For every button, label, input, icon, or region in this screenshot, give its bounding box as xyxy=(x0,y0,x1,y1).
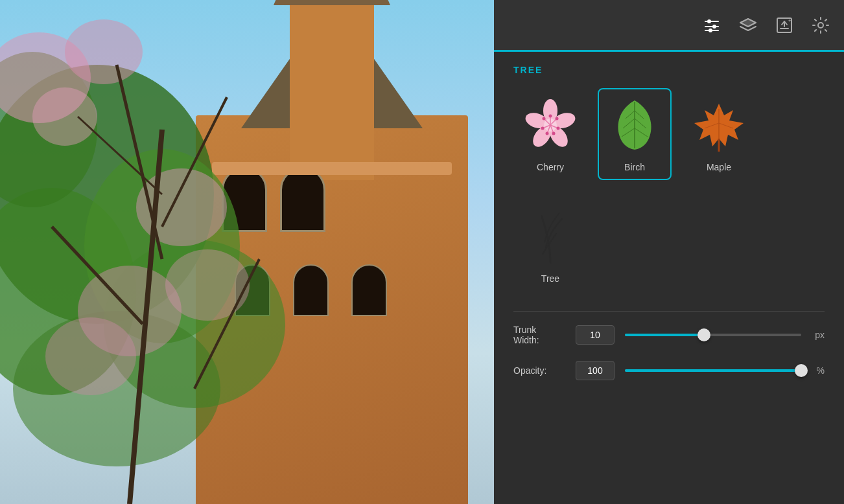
opacity-fill xyxy=(625,369,801,372)
svg-point-46 xyxy=(549,115,552,118)
opacity-slider[interactable] xyxy=(625,364,801,377)
tree-type-birch[interactable]: Birch xyxy=(598,88,672,180)
controls-section: Trunk Width: 10 px Opacity: 100 xyxy=(513,325,825,380)
trunk-width-label: Trunk Width: xyxy=(513,325,565,345)
active-tab-indicator xyxy=(617,50,669,52)
layers-tool-button[interactable] xyxy=(738,15,758,36)
trunk-width-value[interactable]: 10 xyxy=(576,325,615,345)
opacity-value[interactable]: 100 xyxy=(576,361,615,380)
svg-point-52 xyxy=(546,132,549,135)
maple-icon xyxy=(690,96,748,154)
maple-label: Maple xyxy=(707,162,731,172)
cherry-icon xyxy=(521,96,580,154)
canvas-panel xyxy=(0,0,494,504)
tree-type-grid: Cherry xyxy=(513,88,825,180)
trunk-width-fill xyxy=(625,334,704,336)
cherry-label: Cherry xyxy=(537,162,564,172)
section-title: TREE xyxy=(513,65,825,75)
svg-text:+: + xyxy=(788,17,791,24)
trunk-width-control: Trunk Width: 10 px xyxy=(513,325,825,345)
tree-type-tree[interactable]: Tree xyxy=(513,200,587,292)
right-panel: + TREE xyxy=(494,0,844,504)
svg-point-48 xyxy=(543,117,546,120)
tree-label: Tree xyxy=(541,273,559,284)
svg-marker-25 xyxy=(740,19,756,27)
panel-content: TREE xyxy=(494,52,844,504)
svg-point-47 xyxy=(556,117,559,120)
tree-type-grid-2: Tree xyxy=(513,200,825,292)
toolbar: + xyxy=(494,0,844,52)
svg-point-32 xyxy=(818,23,823,28)
birch-label: Birch xyxy=(624,162,645,172)
divider xyxy=(513,311,825,312)
svg-point-51 xyxy=(552,132,556,135)
tree-grass-icon xyxy=(521,207,580,266)
svg-point-24 xyxy=(709,29,712,32)
tree-type-cherry[interactable]: Cherry xyxy=(513,88,587,180)
trunk-width-unit: px xyxy=(812,330,825,340)
svg-point-22 xyxy=(712,25,716,29)
opacity-unit: % xyxy=(812,365,825,376)
adjust-tool-button[interactable] xyxy=(701,15,722,36)
tree-type-maple[interactable]: Maple xyxy=(682,88,756,180)
svg-point-50 xyxy=(541,127,545,130)
svg-point-20 xyxy=(707,19,711,23)
trunk-width-slider[interactable] xyxy=(625,328,801,341)
birch-icon xyxy=(605,96,664,154)
opacity-thumb[interactable] xyxy=(795,364,808,377)
export-tool-button[interactable]: + xyxy=(774,15,795,36)
trunk-width-thumb[interactable] xyxy=(697,328,710,341)
opacity-label: Opacity: xyxy=(513,365,565,376)
settings-tool-button[interactable] xyxy=(810,15,831,36)
opacity-control: Opacity: 100 % xyxy=(513,361,825,380)
svg-point-49 xyxy=(557,127,560,130)
